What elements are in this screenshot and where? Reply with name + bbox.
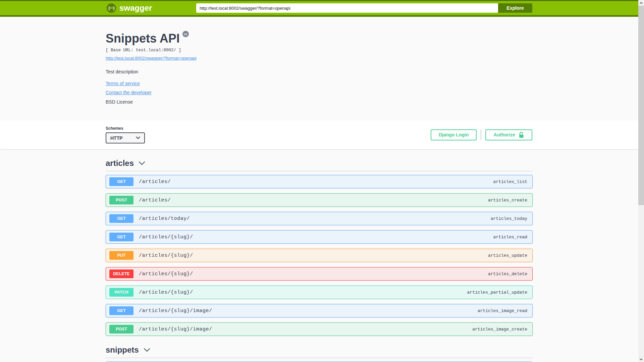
django-login-label: Django Login — [439, 132, 469, 137]
method-badge: POST — [109, 325, 133, 334]
section-title: articles — [106, 159, 134, 168]
scrollbar-thumb[interactable] — [638, 6, 644, 205]
operation-path: /articles/{slug}/image/ — [139, 326, 212, 332]
operation-path: /articles/{slug}/ — [139, 253, 193, 258]
opblock-articles_read[interactable]: GET/articles/{slug}/articles_read — [106, 230, 533, 244]
section-operations-list: GET/snippets/snippets_list — [106, 358, 533, 362]
operation-id: articles_update — [488, 253, 527, 258]
auth-wrapper: Django Login Authorize — [431, 129, 532, 140]
base-url: [ Base URL: test.local:8002/ ] — [106, 48, 532, 53]
section-chevron-down-icon — [144, 348, 150, 352]
operation-path: /articles/{slug}/ — [139, 271, 193, 277]
method-badge: GET — [109, 233, 133, 241]
operation-id: articles_list — [493, 179, 527, 184]
scrollbar-up-arrow-icon[interactable] — [638, 0, 644, 6]
opblock-articles_partial_update[interactable]: PATCH/articles/{slug}/articles_partial_u… — [106, 286, 533, 299]
operation-path: /articles/{slug}/ — [139, 234, 193, 240]
opblock-articles_image_read[interactable]: GET/articles/{slug}/image/articles_image… — [106, 304, 533, 317]
django-login-button[interactable]: Django Login — [431, 129, 477, 140]
api-section-articles: articlesGET/articles/articles_listPOST/a… — [106, 159, 533, 336]
spec-url-input[interactable] — [196, 3, 498, 13]
contact-developer-link[interactable]: Contact the developer — [106, 90, 152, 95]
operation-path: /articles/{slug}/image/ — [139, 308, 212, 314]
operation-id: articles_image_read — [478, 308, 527, 313]
section-header-articles[interactable]: articles — [106, 159, 533, 171]
section-header-snippets[interactable]: snippets — [106, 345, 533, 358]
scheme-container: Schemes HTTP Django Login Authorize — [0, 120, 644, 149]
opblock-articles_update[interactable]: PUT/articles/{slug}/articles_update — [106, 249, 533, 262]
swagger-logo-icon: {⋅⋅⋅} — [107, 3, 116, 13]
page-title: Snippets API v1 — [106, 32, 532, 46]
operation-id: articles_partial_update — [467, 290, 527, 295]
api-section-snippets: snippetsGET/snippets/snippets_list — [106, 345, 533, 362]
method-badge: PATCH — [109, 288, 133, 297]
operation-path: /articles/today/ — [139, 216, 190, 222]
section-title: snippets — [106, 345, 139, 355]
method-badge: GET — [109, 177, 133, 186]
opblock-articles_delete[interactable]: DELETE/articles/{slug}/articles_delete — [106, 267, 533, 281]
operations-area: articlesGET/articles/articles_listPOST/a… — [106, 159, 533, 362]
license-text: BSD License — [106, 99, 532, 105]
scrollbar-down-arrow-icon[interactable] — [638, 356, 644, 362]
opblock-articles_image_create[interactable]: POST/articles/{slug}/image/articles_imag… — [106, 322, 533, 336]
opblock-articles_list[interactable]: GET/articles/articles_list — [106, 175, 533, 188]
operation-path: /articles/ — [139, 197, 171, 203]
operation-id: articles_image_create — [472, 327, 527, 332]
operation-id: articles_delete — [488, 272, 527, 277]
method-badge: GET — [109, 214, 133, 223]
explore-button[interactable]: Explore — [498, 3, 532, 13]
authorize-button[interactable]: Authorize — [485, 129, 532, 140]
api-description: Test description — [106, 69, 532, 74]
schemes-label: Schemes — [106, 126, 145, 131]
explore-form: Explore — [196, 3, 532, 13]
method-badge: DELETE — [109, 269, 133, 278]
info-section: Snippets API v1 [ Base URL: test.local:8… — [106, 17, 532, 105]
api-title-text: Snippets API — [106, 32, 180, 46]
topbar: {⋅⋅⋅} swagger Explore — [0, 0, 638, 17]
terms-of-service-link[interactable]: Terms of service — [106, 81, 140, 86]
vertical-scrollbar[interactable] — [638, 0, 644, 362]
opblock-articles_today[interactable]: GET/articles/today/articles_today — [106, 212, 533, 225]
swagger-logo-text: swagger — [119, 3, 152, 13]
section-chevron-down-icon — [139, 161, 145, 165]
operation-id: articles_today — [491, 216, 527, 221]
method-badge: PUT — [109, 251, 133, 260]
operation-path: /articles/{slug}/ — [139, 290, 193, 295]
unlocked-padlock-icon — [519, 132, 524, 138]
schemes-select[interactable]: HTTP — [106, 132, 145, 143]
authorize-label: Authorize — [493, 132, 515, 137]
chevron-down-icon — [136, 136, 140, 139]
section-operations-list: GET/articles/articles_listPOST/articles/… — [106, 171, 533, 336]
auth-divider — [481, 129, 481, 140]
method-badge: POST — [109, 196, 133, 204]
method-badge: GET — [109, 306, 133, 315]
operation-id: articles_read — [493, 235, 527, 240]
operation-id: articles_create — [488, 198, 527, 203]
version-badge: v1 — [182, 31, 189, 37]
spec-link[interactable]: http://test.local:8002/swagger/?format=o… — [106, 56, 197, 61]
schemes-selected-value: HTTP — [110, 135, 123, 141]
operation-path: /articles/ — [139, 179, 171, 185]
swagger-logo-link[interactable]: {⋅⋅⋅} swagger — [107, 3, 152, 13]
opblock-articles_create[interactable]: POST/articles/articles_create — [106, 193, 533, 207]
